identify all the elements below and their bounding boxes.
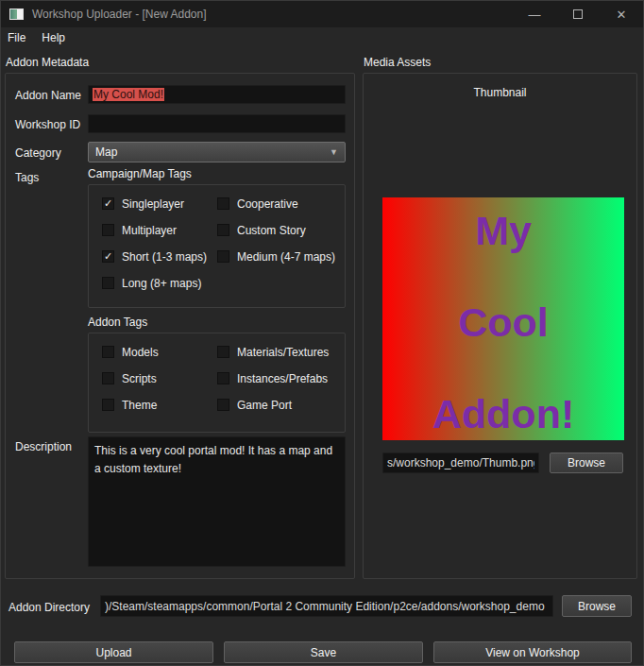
checkbox-medium[interactable] [217, 250, 229, 263]
checkbox-multiplayer[interactable] [102, 224, 114, 236]
checkbox-short[interactable] [102, 250, 114, 263]
checkbox-long[interactable] [102, 277, 114, 289]
workshop-id-label: Workshop ID [15, 118, 80, 131]
maximize-button[interactable] [556, 1, 600, 27]
addon-name-input[interactable]: My Cool Mod! [88, 85, 346, 104]
app-window: Workshop Uploader - [New Addon] — ✕ File… [0, 0, 644, 666]
thumbnail-preview-image: My Cool Addon! [382, 197, 624, 440]
addon-metadata-section: Addon Metadata Addon Name My Cool Mod! W… [5, 56, 355, 579]
app-icon [9, 9, 24, 20]
tag-instances-prefabs[interactable]: Instances/Prefabs [217, 372, 341, 384]
addon-name-value: My Cool Mod! [93, 88, 164, 101]
window-title: Workshop Uploader - [New Addon] [32, 8, 207, 21]
description-label: Description [15, 440, 72, 453]
minimize-button[interactable]: — [513, 1, 556, 27]
close-button[interactable]: ✕ [600, 1, 643, 27]
view-on-workshop-button[interactable]: View on Workshop [433, 641, 632, 663]
save-button[interactable]: Save [224, 641, 423, 663]
menu-help[interactable]: Help [42, 31, 65, 44]
maximize-icon [573, 9, 583, 19]
metadata-frame: Addon Name My Cool Mod! Workshop ID Cate… [5, 73, 355, 579]
thumbnail-path-input[interactable] [382, 453, 539, 473]
thumbnail-text-line: Addon! [432, 394, 574, 435]
addon-tags-title: Addon Tags [88, 316, 346, 333]
tag-cooperative[interactable]: Cooperative [217, 197, 341, 210]
media-assets-section: Media Assets Thumbnail My Cool Addon! Br… [363, 56, 637, 579]
checkbox-materials-textures[interactable] [217, 346, 229, 358]
checkbox-singleplayer[interactable] [102, 197, 114, 210]
menubar: File Help [1, 27, 643, 48]
campaign-tags-grid: Singleplayer Cooperative Multiplayer [89, 185, 345, 289]
category-select[interactable]: Map ▼ [88, 142, 346, 162]
tag-theme[interactable]: Theme [102, 399, 217, 411]
menu-file[interactable]: File [8, 31, 25, 44]
tags-label: Tags [15, 171, 39, 184]
tag-multiplayer[interactable]: Multiplayer [102, 224, 217, 236]
window-controls: — ✕ [513, 1, 643, 27]
checkbox-models[interactable] [102, 346, 114, 358]
addon-directory-label: Addon Directory [8, 601, 90, 614]
checkbox-cooperative[interactable] [217, 197, 229, 210]
tag-custom-story[interactable]: Custom Story [217, 224, 341, 236]
titlebar: Workshop Uploader - [New Addon] — ✕ [1, 1, 643, 27]
tag-short[interactable]: Short (1-3 maps) [102, 250, 217, 263]
upload-button[interactable]: Upload [14, 641, 213, 663]
directory-browse-button[interactable]: Browse [562, 595, 632, 617]
addon-tags-grid: Models Materials/Textures Scripts I [89, 333, 345, 411]
media-section-title: Media Assets [363, 56, 637, 73]
campaign-map-tags-title: Campaign/Map Tags [88, 167, 346, 184]
addon-tags-frame: Models Materials/Textures Scripts I [88, 333, 346, 433]
addon-directory-input[interactable] [100, 595, 553, 617]
checkbox-scripts[interactable] [102, 372, 114, 384]
thumbnail-text-line: Cool [458, 302, 549, 343]
media-frame: Thumbnail My Cool Addon! Browse [363, 73, 637, 579]
thumbnail-label: Thumbnail [364, 86, 636, 99]
campaign-map-tags-group: Campaign/Map Tags Singleplayer Cooperati… [88, 167, 346, 308]
metadata-section-title: Addon Metadata [5, 56, 355, 73]
checkbox-custom-story[interactable] [217, 224, 229, 236]
description-textarea[interactable]: This is a very cool portal mod! It has a… [88, 436, 346, 567]
checkbox-instances-prefabs[interactable] [217, 372, 229, 384]
campaign-map-tags-frame: Singleplayer Cooperative Multiplayer [88, 184, 346, 308]
category-label: Category [15, 146, 61, 160]
chevron-down-icon: ▼ [330, 147, 338, 157]
workshop-id-input[interactable] [88, 114, 346, 133]
thumbnail-browse-button[interactable]: Browse [550, 453, 623, 473]
tag-medium[interactable]: Medium (4-7 maps) [217, 250, 341, 263]
tag-long[interactable]: Long (8+ maps) [102, 277, 217, 289]
tag-singleplayer[interactable]: Singleplayer [102, 197, 217, 210]
addon-tags-group: Addon Tags Models Materials/Textures [88, 316, 346, 433]
checkbox-theme[interactable] [102, 399, 114, 411]
category-value: Map [95, 145, 117, 159]
checkbox-game-port[interactable] [217, 399, 229, 411]
tag-materials-textures[interactable]: Materials/Textures [217, 346, 341, 358]
addon-name-label: Addon Name [15, 89, 81, 102]
tag-scripts[interactable]: Scripts [102, 372, 217, 384]
tag-models[interactable]: Models [102, 346, 217, 358]
thumbnail-text-line: My [475, 211, 532, 251]
tag-game-port[interactable]: Game Port [217, 399, 341, 411]
